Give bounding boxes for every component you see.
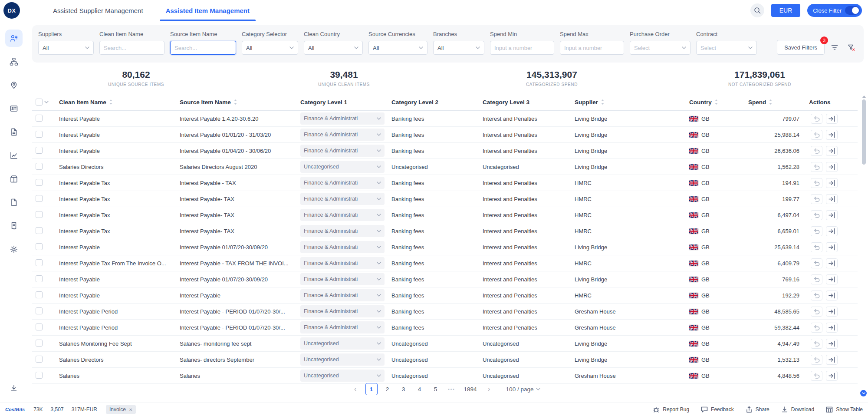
assign-action-button[interactable] bbox=[826, 226, 838, 236]
category-level1-select[interactable]: Uncategorised bbox=[300, 161, 385, 173]
category-level1-select[interactable]: Finance & Administrati bbox=[300, 321, 385, 333]
category-level1-select[interactable]: Finance & Administrati bbox=[300, 112, 385, 125]
prev-page-button[interactable]: ‹ bbox=[349, 383, 362, 395]
invoice-filter-chip[interactable]: Invoice ✕ bbox=[106, 405, 136, 414]
next-page-button[interactable]: › bbox=[483, 383, 495, 395]
category-level1-select[interactable]: Uncategorised bbox=[300, 353, 385, 366]
package-icon[interactable] bbox=[5, 170, 23, 188]
column-header-supplier[interactable]: Supplier bbox=[571, 95, 686, 111]
assign-action-button[interactable] bbox=[826, 371, 838, 381]
document-icon[interactable] bbox=[5, 123, 23, 141]
receipt-icon[interactable] bbox=[5, 217, 23, 234]
brand-logo[interactable]: CostBits bbox=[5, 407, 25, 412]
undo-action-button[interactable] bbox=[811, 226, 822, 236]
tab-assisted-supplier-management[interactable]: Assisted Supplier Management bbox=[42, 0, 155, 21]
assign-action-button[interactable] bbox=[826, 242, 838, 252]
assign-action-button[interactable] bbox=[826, 307, 838, 317]
filter-toggle-switch[interactable] bbox=[845, 6, 860, 15]
page-button-4[interactable]: 4 bbox=[414, 383, 426, 395]
undo-action-button[interactable] bbox=[811, 114, 822, 124]
sort-icon[interactable] bbox=[601, 99, 605, 105]
file-icon[interactable] bbox=[5, 194, 23, 211]
location-icon[interactable] bbox=[5, 76, 23, 94]
feedback-button[interactable]: Feedback bbox=[700, 406, 734, 413]
sort-icon[interactable] bbox=[714, 99, 718, 105]
row-checkbox[interactable] bbox=[36, 307, 43, 314]
chart-icon[interactable] bbox=[5, 147, 23, 164]
undo-action-button[interactable] bbox=[811, 371, 822, 381]
assign-action-button[interactable] bbox=[826, 178, 838, 188]
assign-action-button[interactable] bbox=[826, 162, 838, 172]
column-header-source-item-name[interactable]: Source Item Name bbox=[176, 95, 297, 111]
undo-action-button[interactable] bbox=[811, 339, 822, 349]
category-level1-select[interactable]: Finance & Administrati bbox=[300, 305, 385, 317]
assign-action-button[interactable] bbox=[826, 130, 838, 140]
currency-button[interactable]: EUR bbox=[771, 4, 801, 17]
row-checkbox[interactable] bbox=[36, 147, 43, 154]
settings-icon[interactable] bbox=[5, 241, 23, 258]
collapse-sidebar-icon[interactable] bbox=[5, 380, 23, 397]
filter-list-button[interactable] bbox=[828, 41, 841, 54]
sort-icon[interactable] bbox=[109, 99, 113, 105]
undo-action-button[interactable] bbox=[811, 178, 822, 188]
column-header-country[interactable]: Country bbox=[686, 95, 745, 111]
download-button[interactable]: Download bbox=[781, 406, 814, 413]
row-checkbox[interactable] bbox=[36, 340, 43, 347]
undo-action-button[interactable] bbox=[811, 291, 822, 300]
undo-action-button[interactable] bbox=[811, 162, 822, 172]
saved-filters-button[interactable]: Saved Filters 3 bbox=[777, 40, 825, 55]
assign-action-button[interactable] bbox=[826, 291, 838, 300]
row-checkbox[interactable] bbox=[36, 195, 43, 202]
tab-assisted-item-management[interactable]: Assisted Item Management bbox=[155, 0, 261, 21]
category-selector-select[interactable]: All bbox=[242, 41, 298, 55]
page-button-1894[interactable]: 1894 bbox=[462, 383, 479, 395]
undo-action-button[interactable] bbox=[811, 242, 822, 252]
undo-action-button[interactable] bbox=[811, 274, 822, 284]
suppliers-icon[interactable] bbox=[5, 30, 23, 47]
row-checkbox[interactable] bbox=[36, 115, 43, 122]
page-button-2[interactable]: 2 bbox=[381, 383, 394, 395]
close-filter-button[interactable]: Close Filter bbox=[807, 4, 862, 17]
search-button[interactable] bbox=[750, 3, 764, 17]
assign-action-button[interactable] bbox=[826, 146, 838, 156]
assign-action-button[interactable] bbox=[826, 258, 838, 268]
page-ellipsis[interactable]: ••• bbox=[446, 383, 458, 395]
category-level1-select[interactable]: Uncategorised bbox=[300, 337, 385, 350]
suppliers-select[interactable]: All bbox=[38, 41, 94, 55]
row-checkbox[interactable] bbox=[36, 356, 43, 363]
assign-action-button[interactable] bbox=[826, 323, 838, 333]
undo-action-button[interactable] bbox=[811, 146, 822, 156]
undo-action-button[interactable] bbox=[811, 323, 822, 333]
row-checkbox[interactable] bbox=[36, 259, 43, 266]
clean-item-name-input[interactable] bbox=[104, 45, 160, 51]
vertical-scrollbar[interactable] bbox=[862, 96, 866, 389]
undo-action-button[interactable] bbox=[811, 130, 822, 140]
sort-icon[interactable] bbox=[769, 99, 773, 105]
category-level1-select[interactable]: Uncategorised bbox=[300, 370, 385, 382]
category-level1-select[interactable]: Finance & Administrati bbox=[300, 225, 385, 237]
undo-action-button[interactable] bbox=[811, 210, 822, 220]
page-button-5[interactable]: 5 bbox=[430, 383, 442, 395]
row-checkbox[interactable] bbox=[36, 372, 43, 379]
chip-remove-icon[interactable]: ✕ bbox=[129, 407, 132, 412]
row-checkbox[interactable] bbox=[36, 179, 43, 186]
clear-filters-button[interactable] bbox=[845, 41, 858, 54]
spend-min-input[interactable] bbox=[494, 45, 550, 51]
category-level1-select[interactable]: Finance & Administrati bbox=[300, 289, 385, 301]
scroll-down-button[interactable] bbox=[860, 390, 867, 396]
undo-action-button[interactable] bbox=[811, 258, 822, 268]
assign-action-button[interactable] bbox=[826, 210, 838, 220]
column-header-spend[interactable]: Spend bbox=[745, 95, 806, 111]
report-bug-button[interactable]: Report Bug bbox=[652, 406, 689, 413]
sort-icon[interactable] bbox=[233, 99, 237, 105]
row-checkbox[interactable] bbox=[36, 243, 43, 250]
assign-action-button[interactable] bbox=[826, 194, 838, 204]
category-level1-select[interactable]: Finance & Administrati bbox=[300, 257, 385, 269]
category-level1-select[interactable]: Finance & Administrati bbox=[300, 145, 385, 157]
undo-action-button[interactable] bbox=[811, 307, 822, 317]
avatar[interactable]: DX bbox=[3, 2, 20, 19]
assign-action-button[interactable] bbox=[826, 339, 838, 349]
show-table-button[interactable]: Show Table bbox=[825, 406, 863, 413]
share-button[interactable]: Share bbox=[745, 406, 769, 413]
scrollbar-thumb[interactable] bbox=[862, 99, 866, 165]
